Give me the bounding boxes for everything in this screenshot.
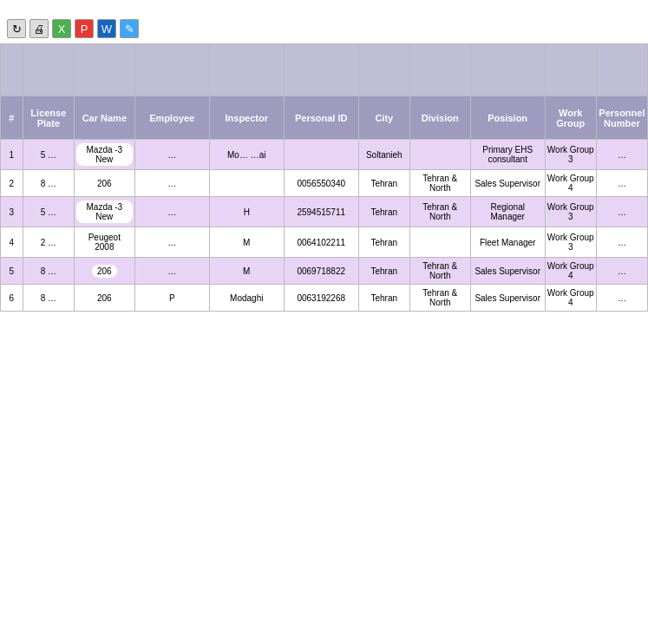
report-table: #License PlateCar NameEmployeeInspectorP… xyxy=(0,43,648,312)
cell-car_name: 206 xyxy=(74,170,134,197)
cell-position: Regional Manager xyxy=(470,197,545,227)
cell-city: Tehran xyxy=(358,285,409,312)
cell-num: 5 xyxy=(1,258,23,285)
col-header-top-division xyxy=(409,44,470,96)
print-icon[interactable]: 🖨 xyxy=(29,19,49,38)
cell-car_name: Peugeot 2008 xyxy=(74,227,134,258)
col-header-top-car_name xyxy=(74,44,134,96)
col-header-city: City xyxy=(358,96,409,140)
cell-employee: … xyxy=(134,227,209,258)
cell-license_plate: 8 … xyxy=(23,170,74,197)
col-header-top-num xyxy=(1,44,23,96)
cell-personnel_number: … xyxy=(596,140,647,170)
cell-position: Sales Supervisor xyxy=(470,258,545,285)
col-header-top-license_plate xyxy=(23,44,74,96)
cell-work_group: Work Group 4 xyxy=(545,285,596,312)
cell-license_plate: 5 … xyxy=(23,140,74,170)
cell-city: Soltanieh xyxy=(358,140,409,170)
cell-num: 4 xyxy=(1,227,23,258)
cell-license_plate: 8 … xyxy=(23,285,74,312)
cell-employee: P xyxy=(134,285,209,312)
cell-work_group: Work Group 3 xyxy=(545,197,596,227)
cell-position: Fleet Manager xyxy=(470,227,545,258)
cell-personal_id: 0064102211 xyxy=(284,227,358,258)
table-row: 58 …206…M0069718822TehranTehran & NorthS… xyxy=(1,258,648,285)
cell-personal_id: 0063192268 xyxy=(284,285,358,312)
col-header-division: Division xyxy=(409,96,470,140)
cell-inspector: H xyxy=(209,197,284,227)
excel-icon[interactable]: X xyxy=(52,19,71,38)
col-header-top-employee xyxy=(134,44,209,96)
col-header-car_name: Car Name xyxy=(74,96,134,140)
cell-num: 3 xyxy=(1,197,23,227)
col-header-position: Posision xyxy=(470,96,545,140)
cell-division: Tehran & North xyxy=(409,285,470,312)
table-row: 15 …Mazda -3 New…Mo… …aiSoltaniehPrimary… xyxy=(1,140,648,170)
cell-work_group: Work Group 4 xyxy=(545,170,596,197)
col-header-inspector: Inspector xyxy=(209,96,284,140)
cell-personnel_number: … xyxy=(596,227,647,258)
table-row: 68 …206PModaghi0063192268TehranTehran & … xyxy=(1,285,648,312)
toolbar: ↻🖨XPW✎ xyxy=(0,16,648,43)
cell-division: Tehran & North xyxy=(409,197,470,227)
col-header-top-inspector xyxy=(209,44,284,96)
cell-division: Tehran & North xyxy=(409,258,470,285)
col-header-top-work_group xyxy=(545,44,596,96)
cell-city: Tehran xyxy=(358,197,409,227)
cell-work_group: Work Group 3 xyxy=(545,227,596,258)
cell-position: Sales Supervisor xyxy=(470,170,545,197)
col-header-license_plate: License Plate xyxy=(23,96,74,140)
col-header-personal_id: Personal ID xyxy=(284,96,358,140)
col-header-top-personnel_number xyxy=(596,44,647,96)
cell-car_name: Mazda -3 New xyxy=(74,140,134,170)
cell-inspector xyxy=(209,170,284,197)
cell-personal_id xyxy=(284,140,358,170)
cell-work_group: Work Group 3 xyxy=(545,140,596,170)
report-table-wrapper: #License PlateCar NameEmployeeInspectorP… xyxy=(0,43,648,312)
cell-city: Tehran xyxy=(358,170,409,197)
cell-employee: … xyxy=(134,258,209,285)
col-header-top-position xyxy=(470,44,545,96)
cell-position: Sales Supervisor xyxy=(470,285,545,312)
cell-division: Tehran & North xyxy=(409,170,470,197)
table-row: 35 …Mazda -3 New…H2594515711TehranTehran… xyxy=(1,197,648,227)
cell-inspector: M xyxy=(209,258,284,285)
col-header-top-personal_id xyxy=(284,44,358,96)
cell-license_plate: 2 … xyxy=(23,227,74,258)
cell-division xyxy=(409,140,470,170)
col-header-work_group: Work Group xyxy=(545,96,596,140)
cell-city: Tehran xyxy=(358,258,409,285)
table-row: 42 …Peugeot 2008…M0064102211TehranFleet … xyxy=(1,227,648,258)
pdf-icon[interactable]: P xyxy=(75,19,94,38)
table-row: 28 …206…0056550340TehranTehran & NorthSa… xyxy=(1,170,648,197)
cell-car_name: 206 xyxy=(74,258,134,285)
refresh-icon[interactable]: ↻ xyxy=(7,19,26,38)
cell-personal_id: 2594515711 xyxy=(284,197,358,227)
cell-personnel_number: … xyxy=(596,197,647,227)
cell-work_group: Work Group 4 xyxy=(545,258,596,285)
header-title xyxy=(0,0,648,12)
cell-car_name: 206 xyxy=(74,285,134,312)
cell-personnel_number: … xyxy=(596,258,647,285)
cell-city: Tehran xyxy=(358,227,409,258)
cell-personal_id: 0056550340 xyxy=(284,170,358,197)
word-icon[interactable]: W xyxy=(97,19,116,38)
cell-division xyxy=(409,227,470,258)
edit-icon[interactable]: ✎ xyxy=(120,19,139,38)
cell-num: 1 xyxy=(1,140,23,170)
cell-license_plate: 8 … xyxy=(23,258,74,285)
cell-inspector: M xyxy=(209,227,284,258)
col-header-top-city xyxy=(358,44,409,96)
cell-personnel_number: … xyxy=(596,170,647,197)
cell-employee: … xyxy=(134,170,209,197)
cell-car_name: Mazda -3 New xyxy=(74,197,134,227)
cell-employee: … xyxy=(134,140,209,170)
col-header-num: # xyxy=(1,96,23,140)
cell-num: 6 xyxy=(1,285,23,312)
cell-inspector: Mo… …ai xyxy=(209,140,284,170)
cell-employee: … xyxy=(134,197,209,227)
cell-license_plate: 5 … xyxy=(23,197,74,227)
cell-position: Primary EHS consultant xyxy=(470,140,545,170)
col-header-employee: Employee xyxy=(134,96,209,140)
cell-inspector: Modaghi xyxy=(209,285,284,312)
